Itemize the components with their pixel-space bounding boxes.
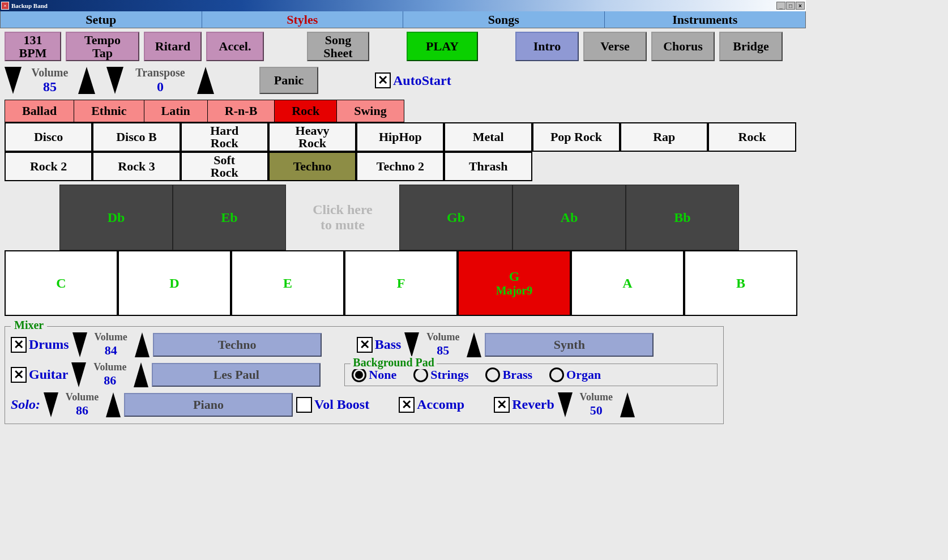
pad-brass-radio[interactable]: Brass xyxy=(485,367,532,382)
volboost-checkbox[interactable]: Vol Boost xyxy=(296,397,369,413)
style-hiphop[interactable]: HipHop xyxy=(356,122,444,152)
style-hard-rock[interactable]: HardRock xyxy=(181,122,268,152)
cat-latin[interactable]: Latin xyxy=(144,100,208,122)
volboost-check-icon[interactable] xyxy=(296,397,312,413)
bpm-button[interactable]: 131 BPM xyxy=(5,32,61,61)
menu-instruments[interactable]: Instruments xyxy=(605,11,806,28)
style-techno[interactable]: Techno xyxy=(268,152,356,181)
drums-vol-down-icon[interactable] xyxy=(72,332,87,357)
style-disco-b[interactable]: Disco B xyxy=(92,122,180,152)
key-a[interactable]: A xyxy=(571,250,684,316)
accomp-checkbox[interactable]: ✕ Accomp xyxy=(399,397,464,413)
ritard-button[interactable]: Ritard xyxy=(144,32,202,61)
reverb-vol-up-icon[interactable] xyxy=(620,392,635,417)
chorus-button[interactable]: Chorus xyxy=(651,32,715,61)
maximize-button[interactable]: □ xyxy=(786,2,795,10)
cat-swing[interactable]: Swing xyxy=(336,100,404,122)
reverb-check-icon[interactable]: ✕ xyxy=(494,397,510,413)
key-ab[interactable]: Ab xyxy=(513,185,626,250)
style-rock-2[interactable]: Rock 2 xyxy=(5,152,92,181)
bass-check-icon[interactable]: ✕ xyxy=(357,337,373,353)
close-button[interactable]: × xyxy=(796,2,805,10)
verse-button[interactable]: Verse xyxy=(583,32,647,61)
transpose-up-icon[interactable] xyxy=(197,67,214,94)
cat-ballad[interactable]: Ballad xyxy=(5,100,74,122)
style-disco[interactable]: Disco xyxy=(5,122,92,152)
mixer-panel: Mixer ✕ Drums Volume84 Techno ✕ Bass Vol… xyxy=(5,326,724,424)
close-icon[interactable]: × xyxy=(1,2,9,10)
style-grid: Disco Disco B HardRock HeavyRock HipHop … xyxy=(5,122,796,181)
volume-label: Volume xyxy=(32,66,69,79)
guitar-patch-button[interactable]: Les Paul xyxy=(152,363,321,387)
play-button[interactable]: PLAY xyxy=(407,32,478,61)
key-gb[interactable]: Gb xyxy=(399,185,513,250)
key-db[interactable]: Db xyxy=(59,185,173,250)
key-eb[interactable]: Eb xyxy=(173,185,286,250)
guitar-checkbox[interactable]: ✕ Guitar xyxy=(11,367,68,383)
menu-songs[interactable]: Songs xyxy=(403,11,605,28)
cat-ethnic[interactable]: Ethnic xyxy=(74,100,144,122)
key-bb[interactable]: Bb xyxy=(626,185,739,250)
menu-styles[interactable]: Styles xyxy=(202,11,404,28)
solo-vol-up-icon[interactable] xyxy=(106,392,121,417)
song-sheet-button[interactable]: Song Sheet xyxy=(307,32,369,61)
pad-strings-radio[interactable]: Strings xyxy=(413,367,468,382)
key-g[interactable]: G Major9 xyxy=(458,250,571,316)
menu-setup[interactable]: Setup xyxy=(1,11,202,28)
transpose-stepper: Transpose 0 xyxy=(106,65,214,96)
style-soft-rock[interactable]: SoftRock xyxy=(181,152,268,181)
key-d[interactable]: D xyxy=(118,250,231,316)
drums-check-icon[interactable]: ✕ xyxy=(11,337,27,353)
key-b[interactable]: B xyxy=(684,250,797,316)
accel-button[interactable]: Accel. xyxy=(206,32,264,61)
key-c[interactable]: C xyxy=(5,250,118,316)
volume-up-icon[interactable] xyxy=(78,67,95,94)
style-rock[interactable]: Rock xyxy=(708,122,796,152)
style-thrash[interactable]: Thrash xyxy=(444,152,532,181)
volume-down-icon[interactable] xyxy=(5,67,22,94)
bass-patch-button[interactable]: Synth xyxy=(485,333,654,357)
solo-vol-down-icon[interactable] xyxy=(44,392,58,417)
reverb-vol-down-icon[interactable] xyxy=(558,392,573,417)
style-rock-3[interactable]: Rock 3 xyxy=(92,152,180,181)
minimize-button[interactable]: _ xyxy=(776,2,785,10)
bridge-button[interactable]: Bridge xyxy=(719,32,783,61)
guitar-vol-down-icon[interactable] xyxy=(71,362,86,387)
autostart-label: AutoStart xyxy=(393,73,451,88)
bass-vol-down-icon[interactable] xyxy=(404,332,419,357)
bass-vol-up-icon[interactable] xyxy=(467,332,481,357)
guitar-check-icon[interactable]: ✕ xyxy=(11,367,27,383)
key-e[interactable]: E xyxy=(231,250,344,316)
reverb-checkbox[interactable]: ✕ Reverb xyxy=(494,397,554,413)
category-tabs: Ballad Ethnic Latin R-n-B Rock Swing xyxy=(5,100,801,122)
mute-area[interactable]: Click here to mute xyxy=(286,185,399,250)
drums-patch-button[interactable]: Techno xyxy=(153,333,322,357)
drums-vol-up-icon[interactable] xyxy=(135,332,150,357)
intro-button[interactable]: Intro xyxy=(515,32,579,61)
panic-button[interactable]: Panic xyxy=(259,67,318,94)
cat-rock[interactable]: Rock xyxy=(274,100,337,122)
reverb-volume-stepper: Volume50 xyxy=(558,391,635,418)
accomp-check-icon[interactable]: ✕ xyxy=(399,397,415,413)
cat-rnb[interactable]: R-n-B xyxy=(207,100,275,122)
autostart-check-icon[interactable]: ✕ xyxy=(375,72,391,88)
window-titlebar: × Backup Band _ □ × xyxy=(0,0,806,11)
solo-patch-button[interactable]: Piano xyxy=(124,393,293,417)
style-pop-rock[interactable]: Pop Rock xyxy=(532,122,620,152)
autostart-checkbox[interactable]: ✕ AutoStart xyxy=(375,72,451,88)
style-metal[interactable]: Metal xyxy=(444,122,532,152)
key-f[interactable]: F xyxy=(344,250,458,316)
style-heavy-rock[interactable]: HeavyRock xyxy=(268,122,356,152)
transpose-down-icon[interactable] xyxy=(106,67,123,94)
main-menu: Setup Styles Songs Instruments xyxy=(0,11,806,28)
pad-none-radio[interactable]: None xyxy=(352,367,396,382)
drums-checkbox[interactable]: ✕ Drums xyxy=(11,337,69,353)
guitar-vol-up-icon[interactable] xyxy=(134,362,148,387)
style-techno-2[interactable]: Techno 2 xyxy=(356,152,444,181)
bass-checkbox[interactable]: ✕ Bass xyxy=(357,337,402,353)
tempo-tap-button[interactable]: Tempo Tap xyxy=(66,32,139,61)
pad-organ-radio[interactable]: Organ xyxy=(549,367,601,382)
style-rap[interactable]: Rap xyxy=(620,122,708,152)
bass-volume-stepper: Volume85 xyxy=(404,331,481,358)
transpose-value: 0 xyxy=(157,79,164,95)
